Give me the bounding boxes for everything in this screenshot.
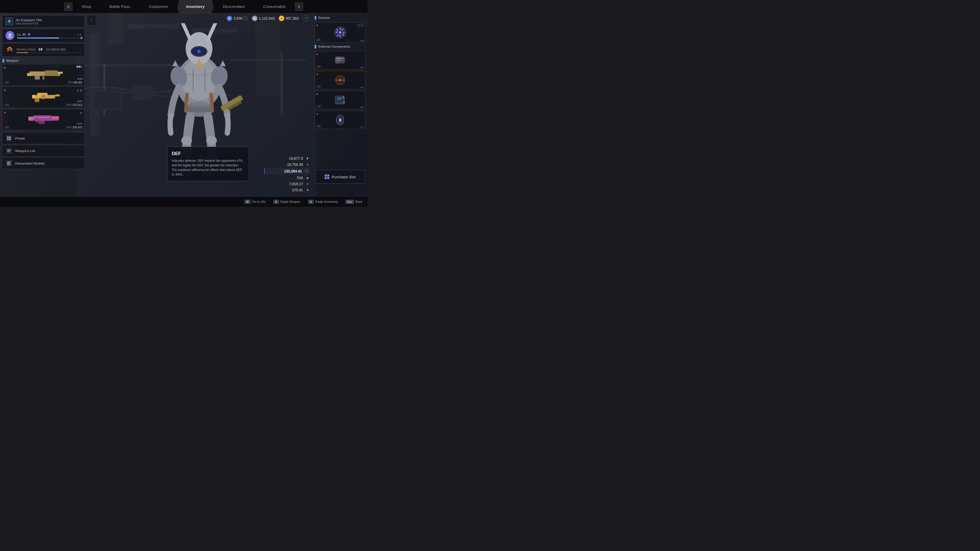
equip-dot [363, 40, 364, 41]
weapon-dot [80, 78, 81, 79]
stat-icon-2: ✦ [305, 162, 310, 167]
stat-value-5: 7,819.17 [280, 182, 303, 186]
equip-dot [363, 106, 364, 108]
equip-accessory-key: D Equip Accessory [308, 200, 338, 204]
reactor-section-label: Reactor [315, 15, 366, 21]
level-bar-dot [80, 37, 83, 39]
weapon-dot [81, 100, 83, 102]
svg-rect-56 [38, 121, 45, 124]
mastery-title: Mastery Rank 16 23,740/137,800 [17, 47, 81, 51]
svg-rect-96 [335, 79, 338, 81]
stat-value-3: 132,264.41 [279, 169, 302, 173]
weapon-slot-2[interactable]: ♥ ⇑⇑ 100 DPS 122,512 [2, 86, 85, 108]
top-navigation: Q Shop Battle Pass Customize Inventory D… [0, 0, 368, 13]
weapon-slot-1[interactable]: ♥ 100 [2, 64, 85, 86]
reactor-art [332, 25, 348, 40]
caliber-currency: C 3,500 + [227, 16, 248, 21]
ext-slot-2[interactable]: ♥ 100 [315, 71, 366, 89]
help-button[interactable]: ? [303, 15, 309, 21]
ext-slot-1[interactable]: ♥ 100 [315, 51, 366, 69]
weapon-slot-3[interactable]: ♥ ✏ 100 DPS 105,472 [2, 109, 85, 130]
svg-rect-101 [337, 100, 341, 101]
svg-rect-51 [32, 95, 35, 98]
weapon-dot [77, 123, 79, 124]
weapon-1-favorite[interactable]: ♥ [4, 66, 6, 70]
stat-row-3: 132,264.41 🛡 [264, 168, 310, 174]
weapon-dot [77, 78, 79, 79]
ext-2-level: 100 [317, 85, 321, 88]
ext-slot-4[interactable]: ♥ 100 [315, 111, 366, 129]
svg-rect-100 [337, 98, 342, 99]
a-key-badge: A [273, 200, 279, 204]
mod-slot [76, 66, 78, 68]
level-label: Lv. 40 ● ● [17, 33, 81, 37]
nav-q-key[interactable]: Q [64, 3, 73, 11]
mastery-icon [5, 46, 14, 54]
weapon-3-favorite[interactable]: ♥ [4, 111, 6, 114]
ext-4-heart: ♥ [316, 112, 318, 116]
weapon-dot [77, 100, 79, 102]
mastery-xp: 23,740/137,800 [46, 48, 65, 51]
gold-icon: ● [279, 16, 284, 21]
right-panel: Reactor ♥ [313, 13, 368, 197]
weapon-dot [80, 100, 81, 102]
reactor-heart: ♥ [316, 24, 318, 27]
svg-marker-23 [220, 60, 226, 66]
weapons-list-button[interactable]: Weapons List [2, 145, 85, 157]
nav-descendant[interactable]: Descendant [214, 0, 254, 13]
level-bar-fill [17, 38, 59, 38]
stat-value-6: 375.41 [280, 188, 303, 192]
descendant-module-button[interactable]: Descendant Module [2, 157, 85, 169]
sort-arrow-button[interactable]: ↑ [87, 15, 96, 25]
profile-username: Descendant#4792 [16, 22, 42, 25]
go-to-info-key: W Go to Info [245, 200, 266, 204]
mastery-rank-num: 16 [38, 47, 43, 51]
def-tooltip-title: DEF [172, 151, 245, 156]
nav-consumable[interactable]: Consumable [254, 0, 295, 13]
weapon-2-dps: DPS 122,512 [66, 103, 83, 106]
gold-currency: ● 957,303 [279, 16, 299, 21]
stat-icon-4: ● [305, 175, 310, 180]
nav-shop[interactable]: Shop [73, 0, 100, 13]
currency-bar: C 3,500 + ⬡ 1,122,543 ● 957,303 ? [227, 15, 309, 21]
svg-rect-47 [55, 94, 60, 97]
nav-inventory[interactable]: Inventory [177, 0, 214, 13]
reactor-slot[interactable]: ♥ 100 [315, 22, 366, 43]
svg-point-91 [342, 59, 344, 61]
stat-icon-5: ♥ [305, 181, 310, 186]
ext-2-heart: ♥ [316, 73, 318, 76]
gold-amount: 957,303 [286, 16, 299, 21]
purchase-slot-button[interactable]: Purchase Slot [315, 170, 365, 184]
ext-slot-3[interactable]: ♥ 100 [315, 91, 366, 109]
svg-rect-57 [36, 115, 38, 122]
weapon-1-dps: DPS 96,021 [68, 81, 83, 84]
equip-dot [363, 127, 364, 128]
ext-2-dots [361, 87, 364, 88]
weapon-2-image [8, 89, 82, 105]
svg-point-49 [42, 95, 45, 98]
silver-icon: ⬡ [252, 16, 258, 21]
preset-button[interactable]: Preset [2, 132, 85, 144]
nav-battle-pass[interactable]: Battle Pass [100, 0, 139, 13]
external-section-label: External Components [315, 44, 366, 49]
svg-point-30 [197, 50, 201, 53]
weapon-3-dps: DPS 105,472 [66, 126, 83, 129]
caliber-plus-button[interactable]: + [244, 16, 248, 21]
svg-rect-50 [35, 98, 39, 102]
nav-e-key[interactable]: E [295, 3, 303, 11]
back-key: Esc Back [345, 200, 363, 204]
weapon-3-pencil[interactable]: ✏ [80, 111, 83, 115]
svg-point-44 [27, 73, 29, 76]
caliber-amount: 3,500 [234, 16, 242, 21]
stat-row-4: 516 ● [264, 175, 310, 180]
weapon-2-favorite[interactable]: ♥ [4, 88, 6, 92]
d-key-badge: D [308, 200, 313, 204]
weapon-3-level: 100 [4, 126, 9, 129]
stat-value-4: 516 [280, 176, 303, 180]
nav-customize[interactable]: Customize [139, 0, 177, 13]
stat-icon-6: ✦ [305, 187, 310, 192]
level-bar-bg [17, 38, 81, 38]
weapon-1-art [24, 68, 65, 82]
svg-point-84 [339, 32, 341, 33]
weapon-1-slots [76, 66, 83, 68]
